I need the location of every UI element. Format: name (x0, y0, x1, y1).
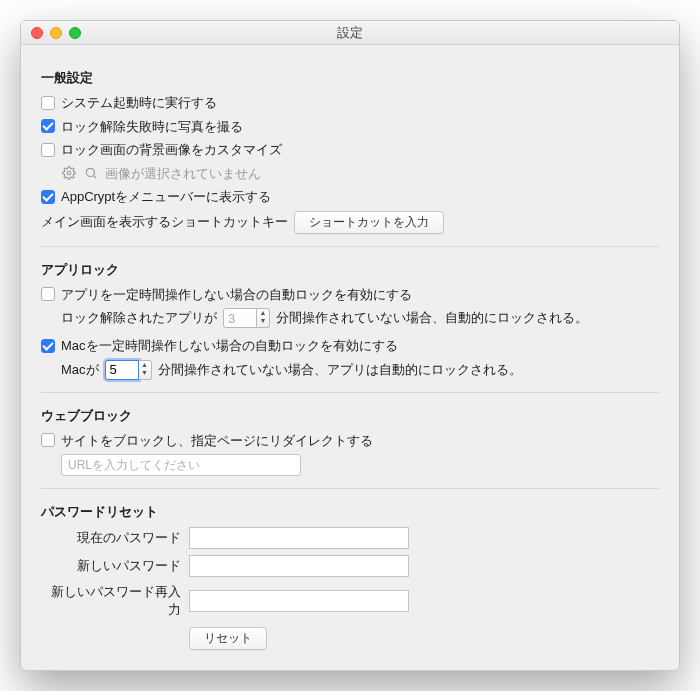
minimize-button[interactable] (50, 27, 62, 39)
mac-idle-suffix: 分間操作されていない場合、アプリは自動的にロックされる。 (158, 360, 522, 380)
gear-icon[interactable] (61, 165, 77, 181)
section-general-heading: 一般設定 (41, 69, 659, 87)
checkbox-show-menubar[interactable] (41, 190, 55, 204)
shortcut-label: メイン画面を表示するショートカットキー (41, 212, 288, 232)
checkbox-photo-on-fail[interactable] (41, 119, 55, 133)
search-icon[interactable] (83, 165, 99, 181)
label-mac-idle: Macを一定時間操作しない場合の自動ロックを有効にする (61, 336, 398, 356)
password-grid: 現在のパスワード 新しいパスワード 新しいパスワード再入力 (41, 527, 659, 619)
bg-hint-text: 画像が選択されていません (105, 164, 261, 184)
input-current-password[interactable] (189, 527, 409, 549)
shortcut-button[interactable]: ショートカットを入力 (294, 211, 444, 234)
svg-point-0 (67, 172, 71, 176)
input-new-password[interactable] (189, 555, 409, 577)
settings-window: 設定 一般設定 システム起動時に実行する ロック解除失敗時に写真を撮る ロック画… (20, 20, 680, 671)
label-show-menubar: AppCryptをメニューバーに表示する (61, 187, 271, 207)
svg-line-2 (94, 176, 97, 179)
input-app-idle-minutes[interactable] (223, 308, 257, 328)
divider (41, 392, 659, 393)
mac-idle-prefix: Macが (61, 360, 99, 380)
stepper-arrows[interactable]: ▲▼ (257, 308, 270, 328)
titlebar: 設定 (21, 21, 679, 45)
section-webblock-heading: ウェブブロック (41, 407, 659, 425)
checkbox-webblock[interactable] (41, 433, 55, 447)
checkbox-custom-bg[interactable] (41, 143, 55, 157)
input-confirm-password[interactable] (189, 590, 409, 612)
label-new-password: 新しいパスワード (41, 557, 181, 575)
stepper-arrows[interactable]: ▲▼ (139, 360, 152, 380)
stepper-mac-idle: ▲▼ (105, 360, 152, 380)
input-mac-idle-minutes[interactable] (105, 360, 139, 380)
label-webblock: サイトをブロックし、指定ページにリダイレクトする (61, 431, 373, 451)
zoom-button[interactable] (69, 27, 81, 39)
close-button[interactable] (31, 27, 43, 39)
app-idle-suffix: 分間操作されていない場合、自動的にロックされる。 (276, 308, 588, 328)
app-idle-prefix: ロック解除されたアプリが (61, 308, 217, 328)
traffic-lights (21, 27, 81, 39)
section-password-heading: パスワードリセット (41, 503, 659, 521)
label-current-password: 現在のパスワード (41, 529, 181, 547)
label-run-at-login: システム起動時に実行する (61, 93, 217, 113)
stepper-app-idle: ▲▼ (223, 308, 270, 328)
label-confirm-password: 新しいパスワード再入力 (41, 583, 181, 619)
reset-button[interactable]: リセット (189, 627, 267, 650)
label-photo-on-fail: ロック解除失敗時に写真を撮る (61, 117, 243, 137)
label-custom-bg: ロック画面の背景画像をカスタマイズ (61, 140, 282, 160)
label-app-idle: アプリを一定時間操作しない場合の自動ロックを有効にする (61, 285, 412, 305)
section-applock-heading: アプリロック (41, 261, 659, 279)
window-title: 設定 (21, 24, 679, 42)
checkbox-app-idle[interactable] (41, 287, 55, 301)
url-input[interactable] (61, 454, 301, 476)
checkbox-run-at-login[interactable] (41, 96, 55, 110)
divider (41, 488, 659, 489)
svg-point-1 (86, 169, 94, 177)
divider (41, 246, 659, 247)
checkbox-mac-idle[interactable] (41, 339, 55, 353)
content: 一般設定 システム起動時に実行する ロック解除失敗時に写真を撮る ロック画面の背… (21, 45, 679, 670)
